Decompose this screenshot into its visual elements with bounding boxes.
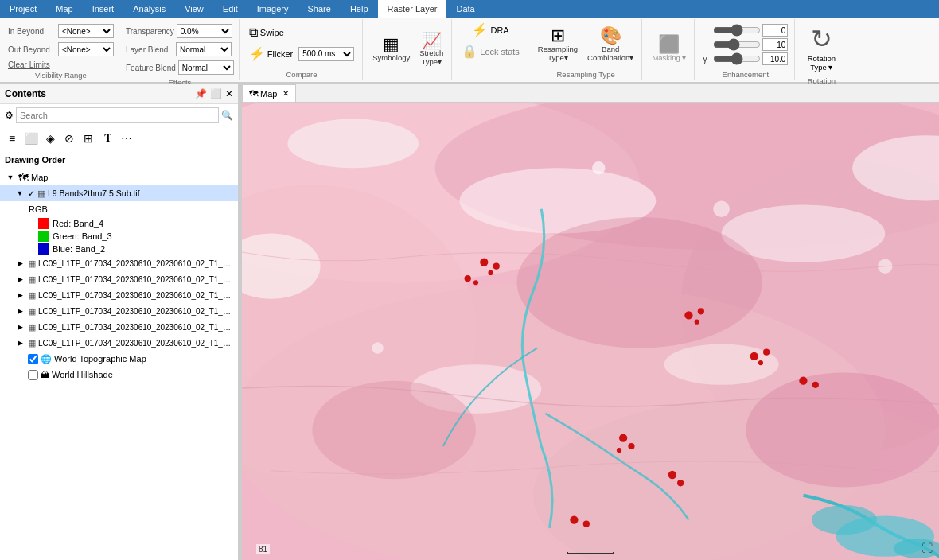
layer-list-tool[interactable]: ⬜: [22, 130, 40, 147]
close-btn[interactable]: ✕: [225, 88, 233, 99]
tree-item-lc09-b6[interactable]: ▶ ▦ LC09_L1TP_017034_20230610_20230610_0…: [0, 319, 238, 335]
tab-view[interactable]: View: [175, 0, 213, 18]
svg-point-26: [698, 308, 704, 314]
pin-btn[interactable]: 📌: [195, 88, 207, 99]
dra-label: DRA: [490, 25, 508, 35]
tab-data[interactable]: Data: [446, 0, 484, 18]
svg-point-16: [746, 372, 939, 487]
lc09-b6-expander[interactable]: ▶: [14, 321, 25, 332]
lc09-b4-icon: ▦: [28, 290, 36, 301]
mid-value[interactable]: [762, 38, 788, 51]
map-tab[interactable]: 🗺 Map ✕: [242, 84, 296, 102]
map-expander[interactable]: ▼: [5, 172, 16, 183]
lc09-b5-expander[interactable]: ▶: [14, 305, 25, 317]
tree-item-lc09-b7[interactable]: ▶ ▦ LC09_L1TP_017034_20230610_20230610_0…: [0, 335, 238, 351]
resampling-type-btn[interactable]: ⊞ Resampling Type▾: [535, 25, 581, 64]
layer-add-group-tool[interactable]: ⊞: [80, 130, 97, 147]
tree-item-band-green: Green: Band_3: [0, 230, 238, 243]
tree-item-l9[interactable]: ▼ ✓ ▦ L9 Bands2thru7 5 Sub.tif: [0, 185, 238, 201]
svg-point-37: [677, 480, 684, 486]
tab-analysis[interactable]: Analysis: [123, 0, 175, 18]
symbology-btn[interactable]: ▦ Symbology: [369, 34, 413, 64]
lc09-b3-expander[interactable]: ▶: [14, 274, 25, 285]
ribbon-tab-bar: Project Map Insert Analysis View Edit Im…: [0, 0, 939, 18]
rendering-group-label: Resampling Type: [535, 68, 637, 79]
red-swatch: [38, 218, 49, 229]
search-input[interactable]: [16, 107, 219, 123]
transparency-select[interactable]: 0.0%: [177, 24, 232, 38]
l9-label: L9 Bands2thru7 5 Sub.tif: [48, 189, 140, 198]
search-icon[interactable]: 🔍: [221, 110, 233, 121]
tree-item-world-hillshade[interactable]: 🏔 World Hillshade: [0, 367, 238, 383]
tab-map[interactable]: Map: [46, 0, 82, 18]
contents-panel: Contents 📌 ⬜ ✕ ⚙ 🔍 ≡ ⬜ ◈ ⊘ ⊞ 𝐓 ⋯ Drawing…: [0, 84, 239, 560]
layer-view-tool[interactable]: ≡: [3, 130, 21, 147]
tree-item-lc09-b3[interactable]: ▶ ▦ LC09_L1TP_017034_20230610_20230610_0…: [0, 271, 238, 287]
gamma-slider[interactable]: [713, 54, 761, 64]
l9-check[interactable]: ✓: [28, 189, 35, 199]
enhancement-group-label: Enhancement: [701, 68, 789, 79]
flicker-select[interactable]: 500.0 ms: [298, 47, 354, 61]
tree-item-lc09-b5[interactable]: ▶ ▦ LC09_L1TP_017034_20230610_20230610_0…: [0, 303, 238, 319]
ribbon-group-symbology: ▦ Symbology 📈 Stretch Type▾: [364, 19, 452, 80]
world-topo-expander[interactable]: [14, 353, 25, 364]
expand-icon[interactable]: ⛶: [921, 542, 933, 554]
layer-more-tool[interactable]: ⋯: [118, 130, 135, 147]
lc09-b7-expander[interactable]: ▶: [14, 337, 25, 348]
in-beyond-label: In Beyond: [8, 27, 56, 36]
layer-selection-tool[interactable]: ⊘: [60, 130, 78, 147]
band-combination-btn[interactable]: 🎨 Band Combination▾: [584, 25, 637, 64]
tab-insert[interactable]: Insert: [83, 0, 124, 18]
ribbon-group-effects: Transparency 0.0% Layer Blend Normal Fea…: [121, 19, 240, 80]
world-hillshade-label: World Hillshade: [52, 370, 113, 379]
tree-item-map[interactable]: ▼ 🗺 Map: [0, 169, 238, 185]
map-canvas[interactable]: 81 ⛶: [242, 103, 939, 560]
layer-blend-select[interactable]: Normal: [176, 42, 232, 56]
tab-project[interactable]: Project: [0, 0, 46, 18]
swipe-btn[interactable]: ⧉ Swipe: [246, 24, 287, 41]
masking-btn[interactable]: ⬛ Masking ▾: [649, 34, 689, 64]
lc09-b6-label: LC09_L1TP_017034_20230610_20230610_02_T1…: [38, 323, 233, 332]
map-label: Map: [31, 173, 48, 182]
layer-visibility-tool[interactable]: ◈: [41, 130, 59, 147]
lc09-b2-expander[interactable]: ▶: [14, 258, 25, 269]
world-hillshade-expander[interactable]: [14, 369, 25, 380]
l9-expander[interactable]: ▼: [14, 188, 25, 199]
enhancement-row-gamma: γ: [703, 52, 788, 65]
tree-item-lc09-b2[interactable]: ▶ ▦ LC09_L1TP_017034_20230610_20230610_0…: [0, 255, 238, 271]
tree-item-lc09-b4[interactable]: ▶ ▦ LC09_L1TP_017034_20230610_20230610_0…: [0, 287, 238, 303]
world-topo-checkbox[interactable]: [28, 354, 38, 364]
out-beyond-select[interactable]: <None>: [58, 42, 114, 56]
tree-item-world-topo[interactable]: 🌐 World Topographic Map: [0, 351, 238, 367]
gamma-value[interactable]: [762, 52, 788, 65]
clear-limits-btn[interactable]: Clear Limits: [8, 60, 114, 69]
tab-edit[interactable]: Edit: [213, 0, 247, 18]
map-coord-label: 81: [256, 544, 270, 554]
alpha-slider[interactable]: [713, 25, 761, 35]
svg-point-23: [465, 275, 471, 282]
minimize-btn[interactable]: ⬜: [210, 88, 222, 99]
tab-share[interactable]: Share: [298, 0, 341, 18]
feature-blend-select[interactable]: Normal: [178, 60, 234, 75]
rotation-btn[interactable]: ↻ RotationType ▾: [801, 21, 841, 75]
ribbon-group-compare: ⧉ Swipe ⚡ Flicker 500.0 ms Compare: [241, 19, 363, 80]
world-hillshade-checkbox[interactable]: [28, 370, 38, 380]
dra-btn[interactable]: ⚡ DRA: [469, 21, 512, 39]
tab-help[interactable]: Help: [341, 0, 378, 18]
out-beyond-row: Out Beyond <None>: [8, 42, 114, 56]
alpha-value[interactable]: [762, 24, 788, 37]
main-container: Contents 📌 ⬜ ✕ ⚙ 🔍 ≡ ⬜ ◈ ⊘ ⊞ 𝐓 ⋯ Drawing…: [0, 84, 939, 560]
tab-imagery[interactable]: Imagery: [247, 0, 298, 18]
mid-slider[interactable]: [713, 40, 761, 49]
stretch-type-btn[interactable]: 📈 Stretch Type▾: [416, 31, 446, 68]
flicker-label: Flicker: [267, 49, 293, 59]
lock-stats-btn[interactable]: 🔒 Lock stats: [458, 42, 523, 60]
visibility-controls: In Beyond <None> Out Beyond <None> Clear…: [8, 21, 114, 69]
in-beyond-select[interactable]: <None>: [58, 24, 114, 38]
flicker-btn[interactable]: ⚡ Flicker 500.0 ms: [246, 45, 357, 63]
map-tab-close[interactable]: ✕: [282, 89, 289, 98]
layer-label-tool[interactable]: 𝐓: [99, 130, 116, 147]
rotation-controls: ↻ RotationType ▾: [801, 21, 841, 75]
tab-raster-layer[interactable]: Raster Layer: [378, 0, 447, 18]
lc09-b4-expander[interactable]: ▶: [14, 290, 25, 301]
